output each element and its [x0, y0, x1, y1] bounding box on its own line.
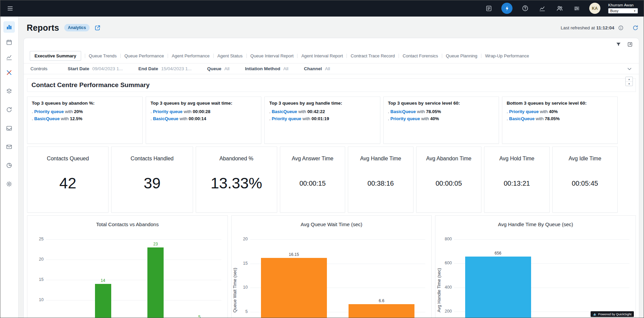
- insight-value: 00:01:19: [311, 116, 329, 121]
- caret-down-icon[interactable]: ▼: [626, 81, 633, 86]
- sidebar-pie-chart-icon[interactable]: [3, 160, 15, 171]
- tab-agent-performance[interactable]: Agent Performance: [164, 51, 210, 60]
- kpi-value: 00:13:21: [504, 180, 530, 187]
- refresh-icon[interactable]: [632, 25, 639, 31]
- tab-queue-planning[interactable]: Queue Planning: [438, 51, 477, 60]
- filter-queue[interactable]: QueueAll: [207, 66, 230, 71]
- gridline: [454, 239, 629, 240]
- caret-up-icon[interactable]: ▲: [626, 77, 633, 81]
- filter-label: Intiation Method: [245, 66, 280, 71]
- y-tick-label: 20: [30, 257, 44, 262]
- bar-avg-handle-time-0[interactable]: [465, 257, 531, 318]
- sidebar-inbox-icon[interactable]: [3, 123, 15, 134]
- filter-label: End Date: [138, 66, 158, 71]
- chart-card-avg-queue-wait-time-sec: Avg Queue Wait Time (sec)Queue Wait Time…: [231, 215, 432, 318]
- kpi-card-avg-hold-time: Avg Hold Time00:13:21: [484, 147, 549, 213]
- insight-cards: Top 3 queues by abandon %:. Priority que…: [27, 97, 618, 144]
- sidebar-history-icon[interactable]: [3, 104, 15, 115]
- plot-area: 200400600800656: [454, 239, 629, 318]
- kpi-label: Avg Abandon Time: [426, 156, 471, 162]
- last-refreshed: Last refreshed at 11:12:04: [560, 25, 614, 30]
- insight-card-title: Top 3 queues by avg queue wait time:: [150, 101, 257, 106]
- bar-avg-queue-wait-time-0[interactable]: [261, 258, 327, 318]
- kpi-value-wrap: 13.33%: [211, 162, 262, 212]
- bar-contacts-2[interactable]: [147, 247, 164, 318]
- tab-wrap-up-performance[interactable]: Wrap-Up Performance: [477, 51, 529, 60]
- sheet-title-row: Contact Centre Performance Summary ▲ ▼: [27, 78, 636, 92]
- queue-link[interactable]: BasicQueue: [34, 116, 59, 121]
- sidebar-flows-icon[interactable]: [3, 67, 15, 78]
- filter-label: Start Date: [68, 66, 89, 71]
- users-icon[interactable]: [555, 4, 564, 13]
- insight-line: . BasicQueue with 78.05%: [507, 116, 613, 121]
- status-select[interactable]: Busy ▼: [608, 8, 638, 14]
- y-tick-label: 600: [438, 261, 452, 265]
- chevron-down-icon: ▼: [634, 10, 636, 12]
- menu-icon[interactable]: [5, 4, 16, 13]
- expand-icon[interactable]: [627, 42, 633, 47]
- filter-start-date[interactable]: Start Date09/04/2023 1...: [68, 66, 123, 71]
- sidebar-bar-chart-icon[interactable]: [3, 21, 15, 33]
- flash-icon[interactable]: [501, 3, 512, 14]
- queue-link[interactable]: BasicQueue: [153, 116, 178, 121]
- kpi-card-avg-answer-time: Avg Answer Time00:00:15: [280, 147, 345, 213]
- queue-link[interactable]: BasicQueue: [272, 109, 297, 114]
- quicksight-logo-icon: [593, 313, 596, 316]
- sheet-title: Contact Centre Performance Summary: [31, 81, 631, 89]
- bar-avg-queue-wait-time-1[interactable]: [349, 304, 414, 318]
- chart-title: Avg Handle Time By Queue (sec): [435, 221, 636, 227]
- filter-channel[interactable]: ChannelAll: [304, 66, 330, 71]
- sidebar-layers-icon[interactable]: [3, 85, 15, 97]
- chart-title: Total Contacts vs Abandons: [27, 221, 228, 227]
- topbar-actions: KA Khurram Awan Busy ▼: [484, 3, 639, 14]
- tab-contract-trace-record[interactable]: Contract Trace Record: [343, 51, 395, 60]
- queue-link[interactable]: Priority queue: [390, 116, 420, 121]
- sheet-stepper: ▲ ▼: [625, 77, 633, 86]
- bar-contacts-1[interactable]: [95, 284, 111, 318]
- queue-link[interactable]: BasicQueue: [509, 116, 534, 121]
- sidebar-line-chart-icon[interactable]: [3, 52, 15, 63]
- insight-line: . BasicQueue with 78.05%: [388, 109, 494, 114]
- filter-end-date[interactable]: End Date15/04/2023 1...: [138, 66, 192, 71]
- tab-queue-trends[interactable]: Queue Trends: [81, 51, 117, 60]
- avatar[interactable]: KA: [589, 3, 600, 14]
- help-icon[interactable]: [520, 4, 530, 13]
- sidebar: [0, 17, 19, 318]
- tab-contact-forensics[interactable]: Contact Forensics: [395, 51, 438, 60]
- charts-row: Powered by QuickSight Total Contacts vs …: [27, 215, 636, 318]
- queue-link[interactable]: BasicQueue: [390, 109, 416, 114]
- y-tick-label: 25: [30, 237, 44, 241]
- user-block: Khurram Awan Busy ▼: [608, 3, 639, 14]
- external-link-icon[interactable]: [94, 25, 101, 31]
- filter-intiation-method[interactable]: Intiation MethodAll: [245, 66, 288, 71]
- kpi-value: 00:00:05: [435, 180, 462, 187]
- y-axis-label: Queue Wait Time (sec): [232, 239, 238, 318]
- info-icon[interactable]: [618, 25, 624, 31]
- sidebar-mail-icon[interactable]: [3, 141, 15, 153]
- metrics-icon[interactable]: [538, 4, 547, 13]
- kpi-value-wrap: 00:00:15: [300, 162, 326, 212]
- filter-funnel-icon[interactable]: [616, 42, 621, 47]
- chart-card-total-contacts-vs-abandons: Total Contacts vs Abandons51015202541432…: [27, 215, 228, 318]
- tab-agent-status[interactable]: Agent Status: [210, 51, 242, 60]
- tab-executive-summary[interactable]: Executive Summary: [30, 51, 81, 61]
- kpi-value-wrap: 00:05:45: [572, 162, 598, 212]
- insight-value: 40%: [430, 116, 439, 121]
- insight-value: 20%: [74, 109, 83, 114]
- notepad-icon[interactable]: [484, 4, 494, 13]
- tab-queue-interval-report[interactable]: Queue Interval Report: [243, 51, 294, 60]
- gridline: [46, 239, 221, 240]
- chevron-down-icon[interactable]: [627, 66, 632, 72]
- tab-queue-performance[interactable]: Queue Performance: [117, 51, 164, 60]
- sidebar-calendar-icon[interactable]: [3, 36, 15, 48]
- queue-link[interactable]: Priority queue: [272, 116, 301, 121]
- queue-link[interactable]: Priority queue: [153, 109, 182, 114]
- sliders-icon[interactable]: [572, 4, 581, 13]
- y-tick-label: 20: [234, 237, 248, 241]
- queue-link[interactable]: Priority queue: [34, 109, 64, 114]
- insight-value: 78.05%: [545, 116, 560, 121]
- tab-agent-interval-report[interactable]: Agent Interval Report: [293, 51, 343, 60]
- sidebar-gear-icon[interactable]: [3, 178, 15, 190]
- y-tick-label: 15: [30, 277, 44, 282]
- queue-link[interactable]: Priority queue: [509, 109, 539, 114]
